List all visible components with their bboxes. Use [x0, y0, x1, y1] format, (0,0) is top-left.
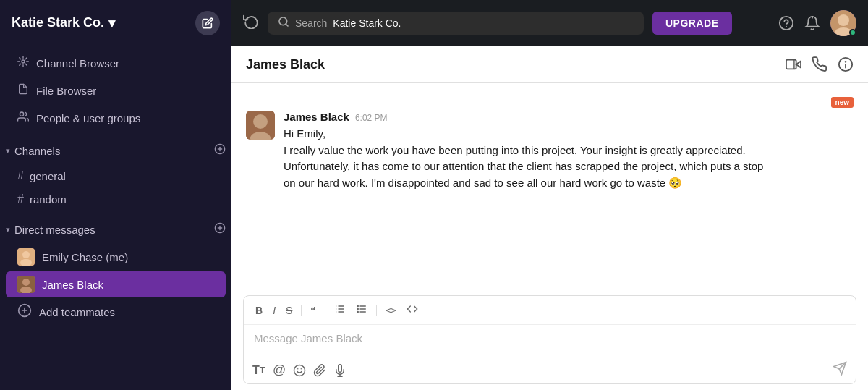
input-footer: TT @	[244, 357, 856, 383]
svg-point-20	[22, 279, 30, 286]
channels-section-header[interactable]: ▾ Channels	[0, 139, 231, 163]
notifications-button[interactable]	[804, 15, 820, 31]
people-groups-label: People & user groups	[36, 112, 140, 124]
dm-section-header[interactable]: ▾ Direct messages	[0, 218, 231, 242]
user-avatar[interactable]	[830, 10, 856, 36]
toolbar-divider-2	[325, 305, 326, 316]
sidebar-item-people-groups[interactable]: People & user groups	[6, 105, 226, 131]
chat-header: James Black	[231, 46, 868, 83]
main-content: James Black new	[231, 46, 868, 390]
workspace-chevron: ▾	[109, 15, 115, 31]
dm-item-add-teammates[interactable]: Add teammates	[6, 299, 226, 326]
msg-line4: on our hard work. I'm disappointed and s…	[284, 175, 854, 192]
svg-marker-25	[796, 61, 801, 67]
hash-icon: #	[17, 169, 24, 182]
svg-point-32	[253, 114, 268, 129]
sidebar-item-channel-browser[interactable]: Channel Browser	[6, 50, 226, 76]
svg-point-44	[357, 308, 358, 309]
channels-section-label: Channels	[14, 145, 60, 157]
message-time: 6:02 PM	[355, 113, 388, 123]
james-avatar	[17, 276, 35, 293]
file-browser-icon	[17, 83, 29, 98]
svg-line-1	[286, 24, 288, 26]
dm-collapse-icon: ▾	[6, 225, 10, 234]
dm-item-james[interactable]: James Black	[6, 271, 226, 297]
bold-button[interactable]: B	[252, 303, 265, 318]
message-avatar	[246, 111, 275, 140]
dm-item-emily[interactable]: Emily Chase (me)	[6, 244, 226, 270]
input-box: B I S ❝ <>	[243, 295, 856, 384]
message-author: James Black	[284, 111, 349, 123]
search-bar[interactable]: Search Katie Stark Co.	[268, 12, 644, 35]
workspace-header: Katie Stark Co. ▾	[0, 0, 231, 46]
edit-button[interactable]	[195, 11, 220, 35]
msg-line2: I really value the work you have been pu…	[284, 143, 854, 159]
dm-section-left: ▾ Direct messages	[6, 224, 95, 236]
code-block-button[interactable]	[404, 302, 421, 318]
emoji-button[interactable]	[293, 364, 306, 377]
emily-avatar	[17, 248, 35, 266]
svg-point-46	[294, 365, 305, 376]
phone-call-button[interactable]	[812, 56, 827, 72]
help-button[interactable]	[778, 15, 794, 31]
info-button[interactable]	[838, 56, 854, 72]
quote-button[interactable]: ❝	[307, 303, 319, 318]
strikethrough-button[interactable]: S	[283, 303, 295, 318]
channel-random-label: random	[30, 193, 67, 205]
new-badge: new	[246, 95, 854, 108]
workspace-name-label: Katie Stark Co.	[12, 15, 104, 30]
code-button[interactable]: <>	[383, 304, 399, 317]
add-teammates-icon	[17, 303, 32, 321]
bullet-list-button[interactable]	[353, 302, 370, 318]
italic-button[interactable]: I	[270, 303, 278, 318]
channels-add-icon[interactable]	[214, 143, 226, 158]
channel-item-general[interactable]: # general	[6, 165, 226, 187]
msg-line3: Unfortunately, it has come to our attent…	[284, 158, 854, 175]
ordered-list-button[interactable]	[331, 302, 349, 318]
messages-area: new James Black 6:02 PM Hi Emily, I real…	[231, 83, 868, 287]
sidebar-item-file-browser[interactable]: File Browser	[6, 77, 226, 103]
toolbar-divider-1	[301, 305, 302, 316]
workspace-name-button[interactable]: Katie Stark Co. ▾	[12, 15, 188, 31]
message-input[interactable]: Message James Black	[244, 325, 856, 357]
james-label: James Black	[42, 279, 103, 291]
svg-point-43	[357, 305, 358, 306]
dm-add-icon[interactable]	[214, 222, 226, 237]
sidebar: Channel Browser File Browser People & us…	[0, 46, 231, 390]
emily-label: Emily Chase (me)	[42, 251, 128, 263]
svg-point-6	[838, 14, 849, 26]
audio-button[interactable]	[333, 364, 346, 377]
channels-section-left: ▾ Channels	[6, 145, 60, 157]
upgrade-button[interactable]: UPGRADE	[652, 12, 732, 35]
channel-browser-icon	[17, 56, 29, 70]
history-button[interactable]	[243, 13, 259, 33]
svg-point-17	[22, 251, 30, 258]
svg-point-8	[22, 60, 25, 63]
new-tag: new	[831, 97, 854, 108]
video-call-button[interactable]	[786, 56, 801, 72]
send-button[interactable]	[833, 361, 847, 379]
user-status-dot	[849, 29, 856, 36]
toolbar-divider-3	[376, 305, 377, 316]
mention-button[interactable]: @	[273, 363, 286, 378]
message-item: James Black 6:02 PM Hi Emily, I really v…	[246, 111, 854, 191]
message-input-area: B I S ❝ <>	[231, 287, 868, 390]
file-browser-label: File Browser	[36, 85, 96, 97]
chat-actions	[786, 56, 854, 72]
attach-button[interactable]	[313, 364, 326, 377]
search-prefix: Search	[295, 17, 327, 29]
svg-point-9	[20, 112, 23, 116]
header-icons	[778, 10, 856, 36]
dm-section-label: Direct messages	[14, 224, 95, 236]
input-placeholder: Message James Black	[254, 332, 362, 344]
channel-browser-label: Channel Browser	[36, 57, 119, 69]
search-workspace-label: Katie Stark Co.	[333, 17, 401, 29]
people-groups-icon	[17, 111, 29, 125]
message-text: Hi Emily, I really value the work you ha…	[284, 126, 854, 191]
svg-point-45	[357, 311, 358, 312]
msg-line1: Hi Emily,	[284, 126, 854, 143]
channel-item-random[interactable]: # random	[6, 188, 226, 210]
text-format-button[interactable]: TT	[252, 364, 265, 377]
input-toolbar: B I S ❝ <>	[244, 296, 856, 325]
message-header: James Black 6:02 PM	[284, 111, 854, 123]
